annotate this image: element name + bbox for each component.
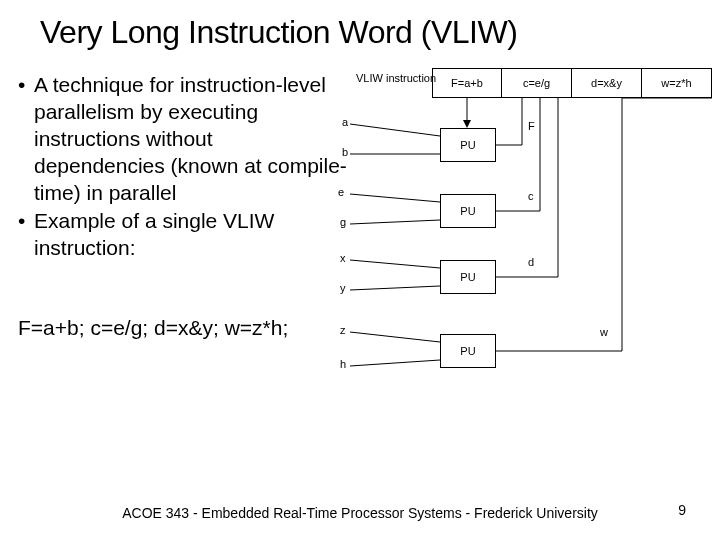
page-title: Very Long Instruction Word (VLIW) (40, 14, 700, 51)
svg-line-4 (350, 194, 440, 202)
svg-line-5 (350, 220, 440, 224)
svg-line-9 (350, 360, 440, 366)
svg-line-2 (350, 124, 440, 136)
bullet-item: • Example of a single VLIW instruction: (18, 208, 348, 262)
bullet-item: • A technique for instruction-level para… (18, 72, 348, 206)
bullet-dot: • (18, 208, 34, 262)
body-text: • A technique for instruction-level para… (18, 72, 348, 264)
diagram-wires (336, 68, 716, 448)
bullet-dot: • (18, 72, 34, 206)
vliw-diagram: VLIW instruction F=a+b c=e/g d=x&y w=z*h… (336, 68, 716, 448)
svg-marker-1 (463, 120, 471, 128)
bullet-text: Example of a single VLIW instruction: (34, 208, 348, 262)
svg-line-6 (350, 260, 440, 268)
slide: Very Long Instruction Word (VLIW) • A te… (0, 0, 720, 540)
footer-text: ACOE 343 - Embedded Real-Time Processor … (0, 504, 720, 522)
code-example: F=a+b; c=e/g; d=x&y; w=z*h; (18, 316, 288, 340)
svg-line-8 (350, 332, 440, 342)
page-number: 9 (678, 502, 686, 518)
svg-line-7 (350, 286, 440, 290)
bullet-text: A technique for instruction-level parall… (34, 72, 348, 206)
